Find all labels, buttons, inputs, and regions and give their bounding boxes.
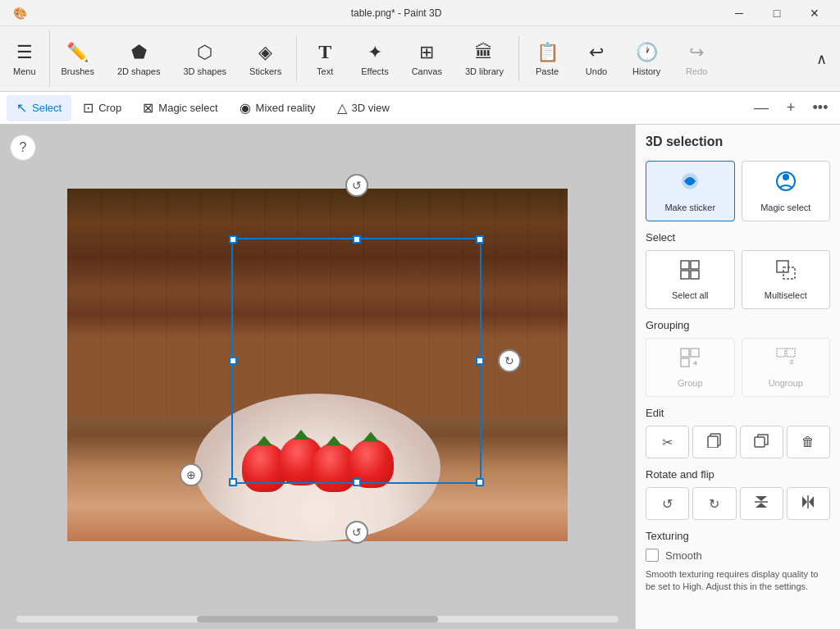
close-button[interactable]: ✕	[796, 0, 833, 26]
toolbar-end: ∧	[810, 30, 840, 88]
wood-bg	[67, 189, 568, 418]
copy-button[interactable]	[692, 426, 736, 458]
scrollbar-thumb[interactable]	[197, 616, 438, 622]
duplicate-button[interactable]	[740, 426, 783, 458]
svg-rect-8	[783, 267, 795, 279]
copy-icon	[707, 433, 722, 451]
ungroup-button[interactable]: Ungroup	[742, 338, 831, 397]
toolbar-item-redo[interactable]: ↪ Redo	[672, 30, 721, 88]
grouping-section-label: Grouping	[646, 319, 830, 331]
undo-label: Undo	[586, 66, 607, 76]
3dshapes-label: 3D shapes	[183, 66, 226, 76]
svg-rect-10	[691, 349, 699, 357]
paste-label: Paste	[536, 66, 559, 76]
toolbar-divider-1	[296, 36, 297, 81]
help-button[interactable]: ?	[10, 134, 36, 161]
svg-rect-9	[681, 349, 689, 357]
canvas-image	[67, 189, 568, 541]
toolbar-item-paste[interactable]: 📋 Paste	[523, 30, 572, 88]
sub-toolbar: ↖ Select ⊡ Crop ⊠ Magic select ◉ Mixed r…	[0, 92, 840, 125]
toolbar-item-text[interactable]: T Text	[300, 30, 349, 88]
text-label: Text	[317, 66, 333, 76]
canvas-icon: ⊞	[419, 42, 434, 63]
duplicate-icon	[754, 433, 769, 451]
3dview-label: 3D view	[352, 102, 390, 114]
zoom-out-button[interactable]: —	[748, 95, 774, 121]
delete-button[interactable]: 🗑	[787, 426, 830, 458]
ungroup-icon	[775, 347, 797, 373]
toolbar-item-3dlibrary[interactable]: 🏛 3D library	[454, 30, 515, 88]
grouping-btn-row: Group Ungroup	[646, 338, 830, 397]
magic-select-icon: ⊠	[143, 100, 153, 116]
group-button[interactable]: Group	[646, 338, 735, 397]
flip-horizontal-button[interactable]	[787, 487, 830, 520]
cut-icon: ✂	[662, 435, 673, 450]
canvas-area[interactable]: ? ↺ ↻ ↺	[0, 125, 635, 629]
edit-section-label: Edit	[646, 407, 830, 419]
toolbar-collapse-button[interactable]: ∧	[810, 47, 833, 71]
select-all-icon	[679, 259, 701, 285]
mixed-reality-icon: ◉	[240, 100, 251, 116]
toolbar-item-brushes[interactable]: ✏️ Brushes	[50, 30, 106, 88]
sub-btn-magic-select[interactable]: ⊠ Magic select	[133, 95, 227, 121]
minimize-button[interactable]: ─	[720, 0, 758, 26]
horizontal-scrollbar[interactable]	[16, 616, 619, 622]
multiselect-icon	[775, 259, 797, 285]
rotate-left-icon: ↺	[662, 496, 673, 512]
effects-label: Effects	[361, 66, 388, 76]
sub-btn-crop[interactable]: ⊡ Crop	[73, 95, 131, 121]
toolbar-item-undo[interactable]: ↩ Undo	[572, 30, 621, 88]
svg-marker-18	[756, 503, 767, 508]
3dview-icon: △	[337, 100, 347, 116]
edit-btn-row: ✂ 🗑	[646, 426, 830, 458]
sub-btn-3dview[interactable]: △ 3D view	[327, 95, 399, 121]
redo-icon: ↪	[689, 42, 704, 63]
top-btn-row: Make sticker Magic select	[646, 161, 830, 221]
sub-btn-mixed-reality[interactable]: ◉ Mixed reality	[230, 95, 326, 121]
toolbar-item-2dshapes[interactable]: ⬟ 2D shapes	[106, 30, 172, 88]
texturing-section-label: Texturing	[646, 530, 830, 542]
make-sticker-button[interactable]: Make sticker	[646, 161, 735, 221]
toolbar-item-3dshapes[interactable]: ⬡ 3D shapes	[171, 30, 238, 88]
multiselect-button[interactable]: Multiselect	[742, 250, 831, 309]
help-icon: ?	[20, 140, 27, 155]
cut-button[interactable]: ✂	[646, 426, 689, 458]
smooth-checkbox[interactable]	[646, 549, 659, 562]
svg-rect-7	[777, 261, 788, 272]
magic-select-panel-button[interactable]: Magic select	[742, 161, 831, 221]
svg-rect-16	[755, 437, 765, 447]
sub-btn-select[interactable]: ↖ Select	[7, 95, 71, 121]
toolbar-item-effects[interactable]: ✦ Effects	[349, 30, 399, 88]
effects-icon: ✦	[368, 42, 382, 63]
rotate-right-button[interactable]: ↻	[692, 487, 736, 520]
select-label: Select	[32, 102, 62, 114]
flip-vertical-button[interactable]	[740, 487, 783, 520]
select-section-label: Select	[646, 231, 830, 244]
maximize-button[interactable]: □	[758, 0, 796, 26]
rotate-left-button[interactable]: ↺	[646, 487, 689, 520]
right-panel: 3D selection Make sticker	[635, 125, 840, 629]
svg-marker-17	[756, 496, 767, 501]
toolbar-item-history[interactable]: 🕐 History	[621, 30, 672, 88]
select-all-button[interactable]: Select all	[646, 250, 735, 309]
window-title: table.png* - Paint 3D	[72, 7, 720, 19]
toolbar-item-stickers[interactable]: ◈ Stickers	[238, 30, 293, 88]
multiselect-label: Multiselect	[765, 290, 807, 300]
strawberry-4	[349, 439, 394, 488]
more-options-button[interactable]: •••	[807, 95, 833, 121]
3dlibrary-icon: 🏛	[475, 42, 493, 63]
2dshapes-icon: ⬟	[131, 42, 147, 63]
svg-rect-12	[777, 349, 785, 357]
select-btn-row: Select all Multiselect	[646, 250, 830, 309]
history-icon: 🕐	[636, 42, 658, 63]
toolbar-item-canvas[interactable]: ⊞ Canvas	[400, 30, 454, 88]
text-icon: T	[318, 41, 331, 63]
menu-label: Menu	[13, 66, 36, 76]
select-all-label: Select all	[672, 290, 709, 300]
svg-marker-21	[809, 496, 814, 508]
toolbar-item-menu[interactable]: ☰ Menu	[0, 30, 50, 88]
texture-row: Smooth	[646, 549, 830, 562]
zoom-in-button[interactable]: +	[778, 95, 804, 121]
make-sticker-label: Make sticker	[664, 203, 715, 212]
svg-rect-13	[787, 349, 795, 357]
